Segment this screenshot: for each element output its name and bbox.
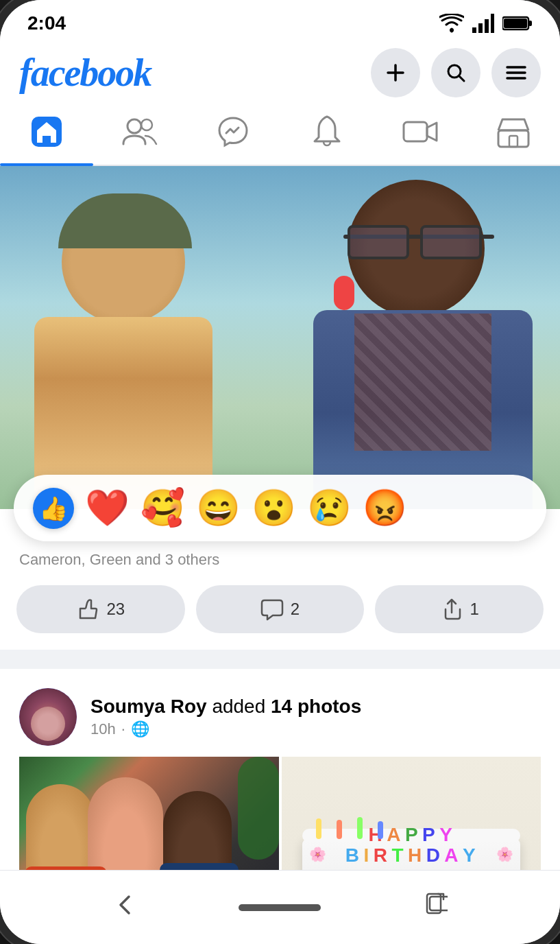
- photo-group-selfie[interactable]: [19, 757, 279, 870]
- photo-scene-selfie: [0, 166, 560, 509]
- svg-point-16: [127, 119, 141, 133]
- svg-rect-23: [430, 897, 448, 910]
- menu-button[interactable]: [491, 48, 541, 97]
- svg-rect-3: [485, 19, 489, 33]
- wifi-icon: [439, 14, 464, 33]
- globe-icon: 🌐: [131, 720, 149, 738]
- reactions-bar: 👍 ❤️ 🥰 😄 😮 😢 😡: [14, 475, 546, 541]
- nav-friends[interactable]: [93, 107, 186, 162]
- menu-icon: [506, 64, 526, 81]
- bottom-bar: [0, 870, 560, 944]
- comment-button[interactable]: 2: [196, 585, 365, 633]
- post2-author-name: Soumya Roy: [90, 696, 207, 717]
- photo-birthday-cake[interactable]: 🌸 🌸 🌼 🌼 H A P P Y: [282, 757, 541, 870]
- care-reaction[interactable]: 🥰: [141, 487, 185, 529]
- header: facebook: [0, 41, 560, 97]
- nav-messenger[interactable]: [186, 106, 280, 163]
- svg-rect-18: [404, 122, 427, 141]
- search-icon: [446, 62, 466, 83]
- search-button[interactable]: [431, 48, 480, 97]
- post-actions: 23 2 1: [0, 571, 560, 650]
- liked-by-text: Cameron, Green and 3 others: [0, 541, 560, 571]
- status-bar: 2:04: [0, 0, 560, 41]
- svg-point-0: [450, 28, 454, 32]
- svg-rect-1: [472, 27, 476, 33]
- post-image: [0, 166, 560, 509]
- like-reaction[interactable]: 👍: [33, 488, 74, 529]
- like-button[interactable]: 23: [16, 585, 185, 633]
- rotate-button[interactable]: [409, 886, 461, 929]
- love-reaction[interactable]: ❤️: [85, 487, 130, 529]
- post-card-2: Soumya Roy added 14 photos 10h · 🌐: [0, 669, 560, 870]
- angry-reaction[interactable]: 😡: [363, 487, 407, 529]
- battery-icon: [502, 15, 533, 32]
- nav-bar: [0, 97, 560, 166]
- bell-icon: [312, 114, 342, 155]
- nav-marketplace[interactable]: [467, 104, 560, 165]
- feed: 👍 ❤️ 🥰 😄 😮 😢 😡 Cameron, Green and 3 othe…: [0, 166, 560, 870]
- post2-avatar: [19, 688, 77, 746]
- like-count: 23: [106, 600, 125, 619]
- svg-rect-19: [498, 130, 528, 147]
- nav-video[interactable]: [374, 108, 467, 161]
- marketplace-icon: [496, 114, 531, 155]
- feed-divider: [0, 661, 560, 669]
- svg-rect-4: [491, 14, 494, 33]
- facebook-logo: facebook: [19, 51, 151, 95]
- plus-icon: [385, 62, 406, 83]
- add-button[interactable]: [371, 48, 420, 97]
- thumbs-up-icon: [76, 598, 99, 621]
- post-header-2: Soumya Roy added 14 photos 10h · 🌐: [19, 688, 541, 746]
- svg-rect-20: [509, 136, 518, 147]
- svg-rect-6: [528, 21, 532, 26]
- back-icon: [112, 893, 137, 917]
- rotate-icon: [423, 893, 448, 917]
- post2-action: added: [212, 696, 271, 717]
- post-card-1: 👍 ❤️ 🥰 😄 😮 😢 😡 Cameron, Green and 3 othe…: [0, 166, 560, 650]
- video-icon: [402, 118, 438, 151]
- friends-icon: [122, 117, 158, 152]
- post2-author: Soumya Roy added 14 photos: [90, 696, 541, 718]
- photos-grid: 🌸 🌸 🌼 🌼 H A P P Y: [19, 757, 541, 870]
- back-button[interactable]: [99, 886, 151, 929]
- status-icons: [439, 14, 533, 33]
- comment-count: 2: [291, 600, 300, 619]
- nav-notifications[interactable]: [280, 104, 374, 165]
- svg-rect-7: [504, 19, 527, 28]
- home-icon: [29, 114, 64, 155]
- header-actions: [371, 48, 541, 97]
- svg-point-17: [141, 119, 152, 130]
- haha-reaction[interactable]: 😄: [196, 487, 241, 529]
- share-count: 1: [470, 600, 479, 619]
- wow-reaction[interactable]: 😮: [252, 487, 296, 529]
- post2-meta: Soumya Roy added 14 photos 10h · 🌐: [90, 696, 541, 738]
- home-indicator[interactable]: [239, 904, 321, 911]
- svg-rect-2: [478, 23, 483, 33]
- nav-home[interactable]: [0, 104, 93, 165]
- post2-time: 10h · 🌐: [90, 720, 541, 738]
- phone-frame: 2:04 facebook: [0, 0, 560, 944]
- comment-icon: [260, 598, 284, 621]
- messenger-icon: [217, 115, 249, 154]
- post2-photo-count: 14 photos: [271, 696, 361, 717]
- status-time: 2:04: [27, 12, 66, 34]
- svg-line-11: [459, 76, 464, 81]
- share-icon: [440, 598, 463, 621]
- share-button[interactable]: 1: [375, 585, 544, 633]
- sad-reaction[interactable]: 😢: [307, 487, 352, 529]
- signal-icon: [472, 14, 494, 33]
